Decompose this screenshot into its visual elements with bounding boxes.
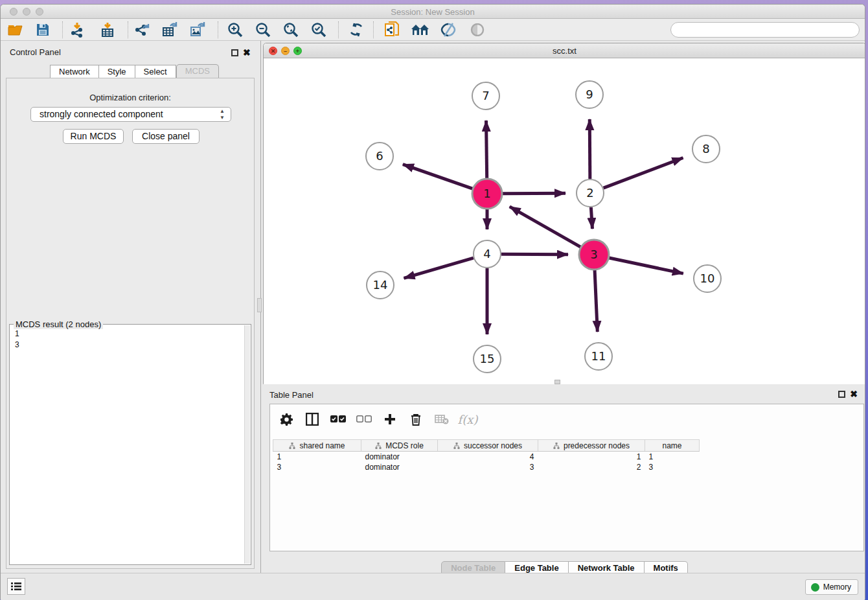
graph-node-15[interactable]: 15 bbox=[474, 345, 501, 373]
edge-1-2[interactable] bbox=[503, 193, 565, 194]
edge-2-9[interactable] bbox=[589, 119, 590, 179]
graph-node-1[interactable]: 1 bbox=[472, 179, 502, 209]
zoom-fit-icon[interactable] bbox=[279, 20, 303, 40]
table-cell[interactable]: 3 bbox=[645, 462, 700, 472]
network-canvas[interactable]: 7968124314101511 bbox=[264, 58, 865, 384]
chevron-updown-icon: ▲▼ bbox=[220, 108, 225, 121]
memory-label: Memory bbox=[823, 583, 851, 592]
close-table-panel-icon[interactable]: ✖ bbox=[850, 390, 858, 398]
add-column-icon[interactable] bbox=[382, 411, 398, 428]
run-mcds-button[interactable]: Run MCDS bbox=[63, 129, 124, 144]
table-cell[interactable]: 1 bbox=[645, 452, 700, 462]
column-layout-icon[interactable] bbox=[304, 411, 321, 428]
graph-node-7[interactable]: 7 bbox=[472, 82, 499, 110]
close-panel-button[interactable]: Close panel bbox=[132, 129, 200, 144]
eye-icon[interactable] bbox=[465, 20, 490, 40]
table-cell[interactable]: dominator bbox=[361, 462, 438, 472]
table-cell[interactable]: dominator bbox=[361, 452, 438, 462]
column-header-shared-name[interactable]: shared name bbox=[273, 440, 361, 452]
node-table: shared nameMCDS rolesuccessor nodesprede… bbox=[273, 439, 700, 472]
tab-style[interactable]: Style bbox=[99, 65, 135, 78]
task-history-button[interactable] bbox=[7, 578, 25, 595]
refresh-layout-icon[interactable] bbox=[344, 20, 369, 40]
column-header-successor-nodes[interactable]: successor nodes bbox=[438, 440, 538, 452]
graph-node-11[interactable]: 11 bbox=[585, 343, 612, 370]
node-table-body: 1dominator4113dominator323 bbox=[273, 452, 700, 472]
edge-2-3[interactable] bbox=[591, 207, 592, 229]
export-image-icon[interactable] bbox=[185, 20, 210, 40]
optimization-criterion-select[interactable]: strongly connected component ▲▼ bbox=[30, 107, 231, 122]
graph-node-14[interactable]: 14 bbox=[367, 271, 394, 299]
import-network-icon[interactable] bbox=[65, 20, 89, 40]
graph-node-6[interactable]: 6 bbox=[366, 143, 393, 170]
table-row[interactable]: 1dominator411 bbox=[273, 452, 700, 462]
edge-4-14[interactable] bbox=[404, 258, 473, 278]
delete-table-icon[interactable] bbox=[433, 411, 450, 428]
import-table-icon[interactable] bbox=[95, 20, 120, 40]
node-label: 1 bbox=[483, 187, 490, 200]
graph-node-8[interactable]: 8 bbox=[692, 135, 720, 163]
panel-divider-grip[interactable] bbox=[257, 298, 262, 312]
network-graph: 7968124314101511 bbox=[264, 58, 865, 384]
delete-column-icon[interactable] bbox=[407, 411, 424, 428]
node-label: 2 bbox=[586, 186, 593, 200]
zoom-out-icon[interactable] bbox=[251, 20, 275, 40]
column-header-MCDS-role[interactable]: MCDS role bbox=[361, 440, 438, 452]
search-input[interactable] bbox=[670, 22, 860, 38]
style-toggle-icon[interactable] bbox=[436, 20, 461, 40]
table-row[interactable]: 3dominator323 bbox=[273, 462, 700, 472]
close-panel-icon[interactable]: ✖ bbox=[243, 49, 251, 56]
tab-select[interactable]: Select bbox=[135, 65, 176, 78]
function-builder-icon[interactable]: f(x) bbox=[459, 411, 476, 428]
edge-1-6[interactable] bbox=[403, 165, 472, 189]
node-label: 3 bbox=[590, 248, 597, 261]
edge-3-1[interactable] bbox=[510, 207, 580, 247]
memory-button[interactable]: Memory bbox=[805, 579, 858, 595]
export-table-icon[interactable] bbox=[157, 20, 182, 40]
float-panel-icon[interactable] bbox=[231, 49, 238, 56]
gear-icon[interactable] bbox=[278, 411, 295, 428]
graph-node-3[interactable]: 3 bbox=[579, 240, 609, 270]
mcds-result-scrollbar[interactable] bbox=[244, 325, 250, 564]
table-cell[interactable]: 1 bbox=[538, 452, 645, 462]
save-session-icon[interactable] bbox=[30, 20, 55, 40]
control-panel-tabs: Network Style Select MCDS bbox=[50, 64, 219, 78]
duplicate-network-icon[interactable] bbox=[380, 20, 404, 40]
node-label: 6 bbox=[376, 149, 383, 163]
table-cell[interactable]: 3 bbox=[438, 462, 538, 472]
export-network-icon[interactable] bbox=[130, 20, 154, 40]
zoom-selected-icon[interactable] bbox=[306, 20, 331, 40]
column-header-name[interactable]: name bbox=[645, 440, 700, 452]
edge-4-3[interactable] bbox=[501, 254, 568, 255]
select-all-icon[interactable] bbox=[330, 411, 347, 428]
node-label: 8 bbox=[702, 142, 709, 156]
sort-icon bbox=[453, 443, 460, 449]
float-table-panel-icon[interactable] bbox=[838, 391, 845, 398]
node-label: 15 bbox=[480, 352, 495, 365]
table-panel: Table Panel ✖ bbox=[263, 384, 865, 573]
edge-2-8[interactable] bbox=[604, 157, 683, 188]
graph-node-10[interactable]: 10 bbox=[694, 265, 721, 292]
edge-1-7[interactable] bbox=[486, 121, 487, 178]
table-cell[interactable]: 1 bbox=[273, 452, 361, 462]
network-resize-handle[interactable] bbox=[554, 380, 560, 384]
app-titlebar: Session: New Session bbox=[1, 5, 865, 19]
network-view-title: scc.txt bbox=[264, 46, 865, 56]
table-cell[interactable]: 2 bbox=[538, 462, 645, 472]
graph-node-4[interactable]: 4 bbox=[474, 240, 501, 268]
graph-node-2[interactable]: 2 bbox=[577, 179, 604, 207]
tab-network[interactable]: Network bbox=[50, 65, 99, 78]
tab-mcds[interactable]: MCDS bbox=[176, 64, 219, 78]
home-icon[interactable] bbox=[408, 20, 433, 40]
edge-3-10[interactable] bbox=[609, 258, 683, 273]
open-session-icon[interactable] bbox=[3, 20, 28, 40]
zoom-in-icon[interactable] bbox=[223, 20, 247, 40]
optimization-criterion-label: Optimization criterion: bbox=[6, 93, 254, 102]
network-view-titlebar[interactable]: ✕ – + scc.txt bbox=[264, 43, 865, 58]
table-cell[interactable]: 3 bbox=[273, 462, 361, 472]
column-header-predecessor-nodes[interactable]: predecessor nodes bbox=[538, 440, 645, 452]
edge-3-11[interactable] bbox=[595, 270, 597, 332]
deselect-all-icon[interactable] bbox=[356, 411, 372, 428]
graph-node-9[interactable]: 9 bbox=[576, 81, 603, 108]
table-cell[interactable]: 4 bbox=[438, 452, 538, 462]
